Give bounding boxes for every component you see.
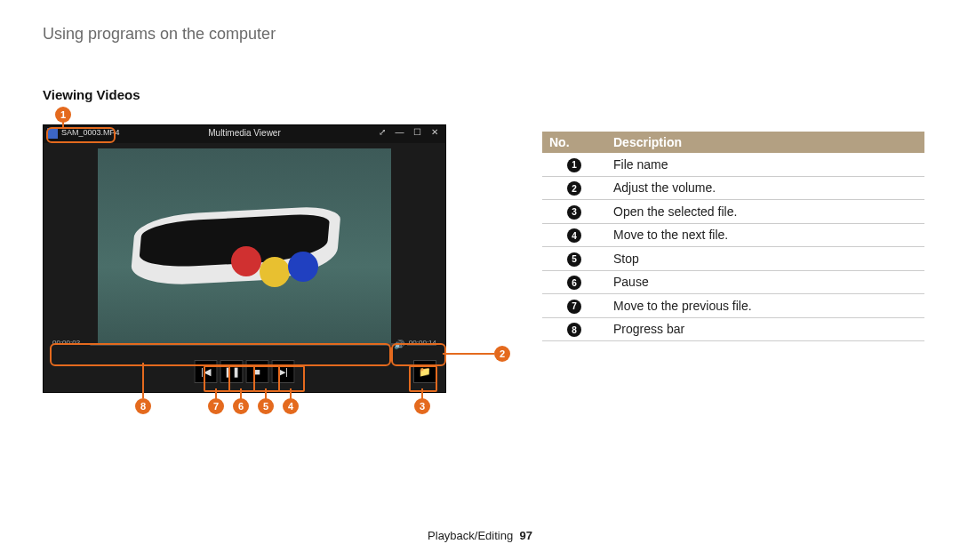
row-number-badge: 3 bbox=[567, 205, 581, 220]
multimedia-viewer-window: SAM_0003.MP4 Multimedia Viewer ⤢ — ☐ ✕ 0… bbox=[43, 124, 446, 393]
description-table: No. Description 1File name2Adjust the vo… bbox=[542, 132, 924, 341]
speaker-icon: 🔊 bbox=[394, 340, 404, 349]
callout-number-3: 3 bbox=[414, 398, 430, 414]
callout-leader-8 bbox=[142, 363, 144, 398]
row-number-badge: 6 bbox=[567, 276, 581, 290]
page-footer: Playback/Editing 97 bbox=[0, 529, 960, 542]
window-buttons[interactable]: ⤢ — ☐ ✕ bbox=[379, 127, 442, 137]
next-button[interactable]: ▶| bbox=[272, 360, 295, 383]
video-ball-yellow bbox=[260, 257, 290, 287]
stop-button[interactable]: ■ bbox=[246, 360, 269, 383]
callout-number-2: 2 bbox=[494, 346, 510, 362]
table-row: 4Move to the next file. bbox=[542, 223, 924, 247]
table-row: 1File name bbox=[542, 153, 924, 176]
callout-number-4: 4 bbox=[283, 398, 299, 414]
callout-number-7: 7 bbox=[208, 398, 224, 414]
row-number-badge: 5 bbox=[567, 252, 581, 267]
pause-button[interactable]: ❚❚ bbox=[220, 360, 244, 383]
row-number-badge: 7 bbox=[567, 300, 581, 314]
callout-number-5: 5 bbox=[258, 398, 274, 414]
table-row: 7Move to the previous file. bbox=[542, 294, 924, 318]
title-bar: SAM_0003.MP4 Multimedia Viewer ⤢ — ☐ ✕ bbox=[44, 125, 445, 143]
video-ball-red bbox=[231, 246, 261, 276]
page-header: Using programs on the computer bbox=[43, 25, 276, 44]
player-controls: |◀ ❚❚ ■ ▶| 📁 bbox=[44, 360, 445, 387]
callout-number-6: 6 bbox=[233, 398, 249, 414]
table-row: 3Open the selected file. bbox=[542, 200, 924, 224]
progress-track[interactable] bbox=[90, 343, 399, 346]
table-row: 2Adjust the volume. bbox=[542, 176, 924, 200]
table-head-desc: Description bbox=[606, 132, 924, 153]
footer-page: 97 bbox=[519, 529, 532, 542]
volume-control[interactable]: 🔊 bbox=[394, 337, 436, 351]
table-row: 8Progress bar bbox=[542, 317, 924, 341]
row-number-badge: 2 bbox=[567, 181, 581, 196]
progress-bar[interactable]: 00:00:03 00:00:14 bbox=[52, 337, 436, 351]
row-description: Adjust the volume. bbox=[606, 176, 924, 200]
progress-time-current: 00:00:03 bbox=[52, 339, 80, 347]
video-frame bbox=[98, 148, 391, 346]
row-description: Open the selected file. bbox=[606, 200, 924, 224]
table-row: 6Pause bbox=[542, 270, 924, 294]
row-number-badge: 8 bbox=[567, 323, 581, 337]
row-description: Pause bbox=[606, 270, 924, 294]
open-file-button[interactable]: 📁 bbox=[413, 360, 436, 383]
row-description: Move to the previous file. bbox=[606, 294, 924, 318]
previous-button[interactable]: |◀ bbox=[195, 360, 218, 383]
row-description: Stop bbox=[606, 247, 924, 271]
callout-leader-2 bbox=[443, 353, 494, 355]
video-ball-blue bbox=[288, 252, 318, 282]
section-title: Viewing Videos bbox=[43, 87, 140, 102]
row-description: Progress bar bbox=[606, 317, 924, 341]
callout-number-1: 1 bbox=[55, 107, 71, 123]
row-number-badge: 4 bbox=[567, 228, 581, 243]
table-row: 5Stop bbox=[542, 247, 924, 271]
row-description: Move to the next file. bbox=[606, 223, 924, 247]
table-head-no: No. bbox=[542, 132, 606, 153]
row-description: File name bbox=[606, 153, 924, 176]
row-number-badge: 1 bbox=[567, 158, 581, 172]
volume-track[interactable] bbox=[407, 343, 436, 346]
callout-number-8: 8 bbox=[135, 398, 151, 414]
footer-section: Playback/Editing bbox=[428, 529, 513, 542]
